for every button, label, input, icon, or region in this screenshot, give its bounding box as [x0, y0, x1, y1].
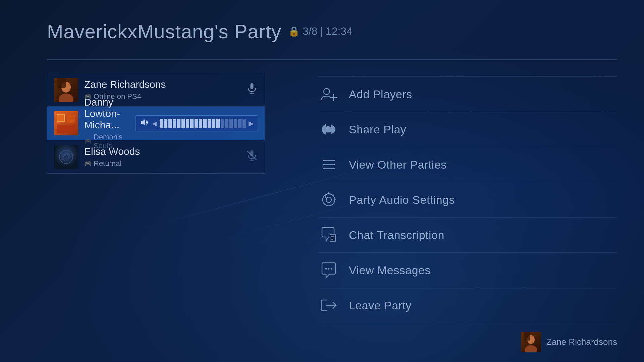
- member-count: 3/8: [303, 25, 317, 38]
- menu-item-view-messages[interactable]: View Messages: [319, 253, 617, 288]
- menu-item-chat-transcription[interactable]: Chat Transcription: [319, 218, 617, 253]
- svg-rect-11: [57, 115, 64, 121]
- svg-rect-4: [57, 78, 66, 88]
- menu-label-share-play: Share Play: [349, 123, 406, 136]
- svg-point-32: [326, 197, 331, 202]
- menu-label-view-other-parties: View Other Parties: [349, 158, 447, 171]
- vol-seg-18: [234, 119, 237, 128]
- party-title: MaverickxMustang's Party: [47, 20, 281, 43]
- vol-seg-15: [221, 119, 224, 128]
- page-container: MaverickxMustang's Party 🔒 3/8 | 12:34: [0, 0, 644, 362]
- vol-seg-7: [186, 119, 189, 128]
- member-name-zane: Zane Richardsons: [84, 79, 246, 90]
- main-layout: Zane Richardsons 🎮 Online on PS4: [47, 73, 617, 349]
- vol-left-arrow[interactable]: ◀: [152, 119, 157, 127]
- vol-seg-11: [203, 119, 207, 128]
- audio-settings-icon: [319, 190, 339, 210]
- vol-right-arrow[interactable]: ▶: [249, 119, 254, 127]
- vol-seg-19: [238, 119, 241, 128]
- party-meta: 🔒 3/8 | 12:34: [288, 25, 353, 38]
- menu-item-view-other-parties[interactable]: View Other Parties: [319, 147, 617, 182]
- vol-seg-8: [190, 119, 194, 128]
- vol-seg-6: [181, 119, 185, 128]
- svg-marker-15: [141, 119, 145, 126]
- title-divider: [47, 59, 617, 60]
- bottom-avatar: [521, 332, 541, 352]
- vol-seg-13: [212, 119, 215, 128]
- vol-seg-1: [160, 119, 163, 128]
- vol-seg-2: [164, 119, 167, 128]
- add-player-icon: [319, 84, 339, 104]
- vol-seg-5: [177, 119, 180, 128]
- bottom-username: Zane Richardsons: [546, 337, 617, 347]
- menu-label-party-audio-settings: Party Audio Settings: [349, 193, 455, 206]
- volume-bar-danny: ◀: [136, 115, 258, 131]
- svg-rect-44: [524, 332, 530, 341]
- member-item-zane[interactable]: Zane Richardsons 🎮 Online on PS4: [47, 73, 265, 107]
- vol-seg-10: [199, 119, 202, 128]
- menu-item-party-audio-settings[interactable]: Party Audio Settings: [319, 182, 617, 218]
- vol-seg-16: [225, 119, 228, 128]
- vol-seg-20: [243, 119, 246, 128]
- menu-item-add-players[interactable]: Add Players: [319, 76, 617, 112]
- menu-label-leave-party: Leave Party: [349, 299, 412, 312]
- member-name-elisa: Elisa Woods: [84, 146, 246, 157]
- list-icon: [319, 155, 339, 175]
- lock-icon: 🔒: [288, 26, 300, 37]
- svg-point-39: [331, 268, 332, 270]
- title-bar: MaverickxMustang's Party 🔒 3/8 | 12:34: [47, 20, 617, 43]
- menu-item-leave-party[interactable]: Leave Party: [319, 288, 617, 323]
- leave-icon: [319, 295, 339, 315]
- member-status-elisa: 🎮 Returnal: [84, 159, 246, 168]
- menu-panel: Add Players Share Play: [265, 73, 617, 349]
- controller-icon-elisa: 🎮: [84, 160, 92, 167]
- vol-speaker-icon: [140, 118, 149, 129]
- separator: |: [320, 25, 323, 38]
- member-item-danny[interactable]: Danny Lowton-Micha... 🎮 Demon's Souls: [47, 107, 265, 140]
- member-name-danny: Danny Lowton-Micha...: [84, 97, 136, 131]
- bottom-bar: Zane Richardsons: [521, 332, 617, 352]
- svg-point-25: [324, 88, 330, 95]
- menu-item-share-play[interactable]: Share Play: [319, 112, 617, 147]
- vol-seg-3: [168, 119, 172, 128]
- avatar-danny: [54, 111, 78, 135]
- svg-point-38: [328, 268, 330, 270]
- party-time: 12:34: [326, 25, 353, 38]
- menu-label-view-messages: View Messages: [349, 264, 431, 277]
- chat-transcription-icon: [319, 225, 339, 245]
- svg-rect-12: [67, 115, 75, 118]
- mute-icon-elisa: [246, 149, 258, 164]
- vol-seg-9: [195, 119, 198, 128]
- share-play-icon: [319, 119, 339, 139]
- member-info-elisa: Elisa Woods 🎮 Returnal: [84, 146, 246, 168]
- svg-rect-5: [251, 83, 254, 89]
- avatar-elisa: [54, 145, 78, 169]
- vol-seg-4: [173, 119, 176, 128]
- svg-point-37: [325, 268, 327, 270]
- menu-label-chat-transcription: Chat Transcription: [349, 229, 444, 242]
- messages-icon: [319, 260, 339, 280]
- mic-icon-zane: [246, 82, 258, 97]
- menu-label-add-players: Add Players: [349, 88, 412, 101]
- vol-bars: [160, 119, 246, 128]
- member-list: Zane Richardsons 🎮 Online on PS4: [47, 73, 265, 349]
- vol-seg-12: [208, 119, 211, 128]
- svg-rect-14: [57, 125, 75, 133]
- member-item-elisa[interactable]: Elisa Woods 🎮 Returnal: [47, 140, 265, 174]
- vol-seg-14: [216, 119, 220, 128]
- vol-seg-17: [229, 119, 233, 128]
- avatar-zane: [54, 78, 78, 102]
- svg-rect-13: [67, 119, 75, 123]
